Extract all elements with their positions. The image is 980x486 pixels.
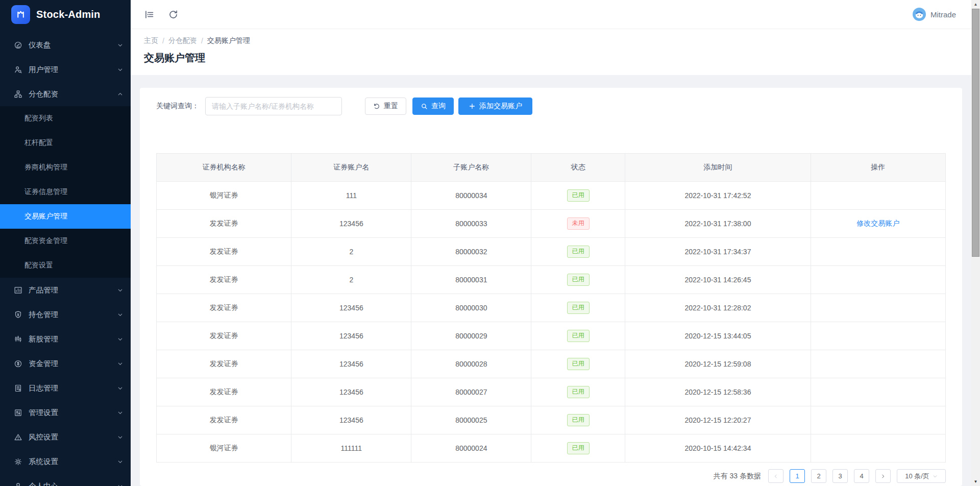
sidebar-item-label: 持仓管理 (29, 310, 58, 320)
avatar (913, 8, 926, 21)
cell-subaccount: 80000030 (411, 294, 531, 322)
cell-actions (811, 350, 945, 378)
cell-account: 123456 (291, 322, 411, 350)
page-button-2[interactable]: 2 (811, 469, 826, 483)
sidebar-subitem-allocation-list[interactable]: 配资列表 (0, 106, 131, 131)
status-badge: 已用 (567, 189, 590, 202)
page-button-4[interactable]: 4 (854, 469, 869, 483)
cell-time: 2020-12-15 13:44:05 (625, 322, 811, 350)
cell-subaccount: 80000024 (411, 434, 531, 463)
shield-yen-icon (13, 310, 22, 319)
cell-actions (811, 294, 945, 322)
sidebar-item-dashboard[interactable]: 仪表盘 (0, 33, 131, 57)
user-menu[interactable]: Mitrade (913, 8, 956, 21)
cell-time: 2022-10-31 17:42:52 (625, 182, 811, 210)
sidebar-item-label: 用户管理 (29, 65, 58, 75)
cell-org: 发发证券 (157, 350, 291, 378)
sidebar-item-products[interactable]: 产品管理 (0, 278, 131, 302)
sidebar-item-allocation[interactable]: 分仓配资 (0, 82, 131, 106)
allocation-submenu: 配资列表 杠杆配置 券商机构管理 证券信息管理 交易账户管理 配资资金管理 配资… (0, 106, 131, 278)
sidebar-item-label: 风控设置 (29, 432, 58, 442)
cell-subaccount: 80000032 (411, 238, 531, 266)
column-header-subaccount: 子账户名称 (411, 154, 531, 182)
table-row: 银河证券 111 80000034 已用 2022-10-31 17:42:52 (157, 182, 946, 210)
cell-account: 2 (291, 238, 411, 266)
cell-org: 发发证券 (157, 378, 291, 406)
cell-subaccount: 80000028 (411, 350, 531, 378)
cell-org: 发发证券 (157, 406, 291, 434)
sidebar-subitem-broker-management[interactable]: 券商机构管理 (0, 155, 131, 180)
breadcrumb-home[interactable]: 主页 (144, 36, 158, 45)
cell-time: 2022-10-31 17:38:00 (625, 210, 811, 238)
table-row: 发发证券 123456 80000030 已用 2022-10-31 12:28… (157, 294, 946, 322)
chart-icon (13, 285, 22, 295)
add-trading-account-button[interactable]: 添加交易账户 (458, 98, 532, 115)
reset-button[interactable]: 重置 (365, 98, 406, 115)
filter-bar: 关键词查询： 重置 查询 添加交易账户 (156, 97, 946, 115)
sidebar-item-system-settings[interactable]: 系统设置 (0, 449, 131, 474)
sidebar-subitem-trading-accounts[interactable]: 交易账户管理 (0, 204, 131, 229)
collapse-sidebar-icon[interactable] (144, 9, 155, 20)
keyword-input[interactable] (205, 97, 342, 115)
cell-account: 2 (291, 266, 411, 294)
sidebar-item-logs[interactable]: 日志管理 (0, 376, 131, 400)
main-area: Mitrade 主页 / 分仓配资 / 交易账户管理 交易账户管理 关键词查询： (131, 0, 971, 486)
sidebar-subitem-securities-info[interactable]: 证券信息管理 (0, 180, 131, 204)
sidebar-item-funds[interactable]: 资金管理 (0, 351, 131, 376)
app-logo-icon (11, 5, 30, 24)
app-root: Stock-Admin 仪表盘 用户管理 分 (0, 0, 980, 486)
sidebar-subitem-allocation-funds[interactable]: 配资资金管理 (0, 229, 131, 253)
edit-trading-account-link[interactable]: 修改交易账户 (856, 219, 899, 227)
cell-time: 2022-10-31 14:26:45 (625, 266, 811, 294)
refresh-icon[interactable] (168, 9, 179, 20)
sidebar-subitem-label: 杠杆配置 (24, 138, 53, 148)
breadcrumb-allocation[interactable]: 分仓配资 (168, 36, 197, 45)
sidebar-item-new-shares[interactable]: 新股管理 (0, 327, 131, 351)
app-logo[interactable]: Stock-Admin (0, 0, 131, 29)
scroll-up-arrow[interactable]: ▲ (971, 0, 980, 9)
sidebar-subitem-leverage-config[interactable]: 杠杆配置 (0, 131, 131, 155)
sitemap-icon (13, 89, 22, 99)
cell-subaccount: 80000025 (411, 406, 531, 434)
sidebar-item-positions[interactable]: 持仓管理 (0, 302, 131, 327)
chevron-down-icon (117, 312, 123, 318)
prev-page-button[interactable] (768, 469, 783, 483)
cell-subaccount: 80000031 (411, 266, 531, 294)
sidebar-item-risk-settings[interactable]: 风控设置 (0, 425, 131, 449)
cell-org: 发发证券 (157, 266, 291, 294)
cell-time: 2020-12-15 12:58:36 (625, 378, 811, 406)
sidebar-item-label: 产品管理 (29, 285, 58, 295)
next-page-button[interactable] (875, 469, 891, 483)
cell-account: 123456 (291, 406, 411, 434)
cell-time: 2022-10-31 12:28:02 (625, 294, 811, 322)
vertical-scrollbar[interactable]: ▲ ▼ (971, 0, 980, 486)
page-button-3[interactable]: 3 (832, 469, 848, 483)
table-row: 发发证券 123456 80000029 已用 2020-12-15 13:44… (157, 322, 946, 350)
reset-button-label: 重置 (384, 102, 398, 111)
status-badge: 未用 (567, 217, 590, 230)
scrollbar-thumb[interactable] (972, 9, 979, 257)
candlestick-icon (13, 334, 22, 344)
cell-time: 2022-10-31 17:34:37 (625, 238, 811, 266)
sidebar-item-users[interactable]: 用户管理 (0, 57, 131, 82)
chevron-down-icon (117, 385, 123, 391)
sidebar-subitem-allocation-settings[interactable]: 配资设置 (0, 253, 131, 278)
sidebar-item-label: 日志管理 (29, 383, 58, 393)
search-button[interactable]: 查询 (412, 98, 454, 115)
sidebar-subitem-label: 配资资金管理 (24, 236, 67, 246)
chevron-left-icon (773, 474, 778, 479)
page-button-1[interactable]: 1 (790, 469, 805, 483)
breadcrumb-separator: / (162, 37, 164, 45)
search-button-label: 查询 (431, 102, 446, 111)
breadcrumb: 主页 / 分仓配资 / 交易账户管理 (144, 36, 958, 45)
sidebar-item-label: 分仓配资 (29, 89, 58, 99)
sidebar-subitem-label: 配资列表 (24, 114, 53, 123)
scroll-down-arrow[interactable]: ▼ (971, 477, 980, 486)
cell-org: 发发证券 (157, 322, 291, 350)
sidebar-item-admin-settings[interactable]: 管理设置 (0, 400, 131, 425)
sidebar-menu: 仪表盘 用户管理 分仓配资 配资列表 杠杆配置 券商机构管理 (0, 33, 131, 486)
page-size-select[interactable]: 10 条/页 (897, 469, 946, 483)
cell-subaccount: 80000033 (411, 210, 531, 238)
sidebar-item-profile[interactable]: 个人中心 (0, 474, 131, 486)
cell-actions (811, 266, 945, 294)
